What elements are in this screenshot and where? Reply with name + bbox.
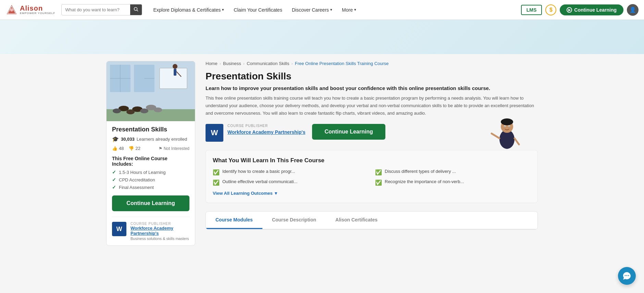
- coin-button[interactable]: $: [545, 4, 556, 15]
- search-bar[interactable]: [61, 4, 142, 15]
- lms-button[interactable]: LMS: [521, 5, 542, 15]
- course-image: [107, 61, 195, 121]
- learners-label: Learners already enrolled: [137, 137, 187, 142]
- learn-item: ✅ Discuss different types of delivery ..…: [375, 169, 531, 176]
- brand-tagline: EMPOWER YOURSELF: [20, 12, 55, 15]
- svg-rect-13: [174, 69, 176, 76]
- user-avatar[interactable]: 👤: [627, 4, 639, 16]
- svg-point-2: [10, 8, 13, 11]
- publisher-sub-sidebar: Business solutions & skills masters: [131, 237, 189, 241]
- continue-learning-hero-button[interactable]: Continue Learning: [312, 124, 385, 140]
- nav-links: Explore Diplomas & Certificates ▾ Claim …: [149, 4, 521, 15]
- dislike-button[interactable]: 👎 22: [128, 146, 140, 151]
- course-card: Presentation Skills 🎓 30,033 Learners al…: [106, 61, 195, 246]
- publisher-logo: W: [206, 124, 223, 142]
- svg-point-19: [113, 109, 121, 113]
- brand-text: Alison EMPOWER YOURSELF: [20, 4, 55, 15]
- learners-row: 🎓 30,033 Learners already enrolled: [112, 136, 189, 142]
- chevron-down-icon: ▾: [222, 8, 224, 12]
- publisher-logo-sidebar: W: [112, 222, 126, 236]
- continue-learning-nav-button[interactable]: ▶ Continue Learning: [560, 4, 623, 15]
- list-item: ✓ CPD Accreditation: [112, 177, 189, 182]
- svg-rect-11: [160, 68, 187, 89]
- search-input[interactable]: [62, 5, 130, 14]
- course-description: This free online presentation skills tra…: [206, 94, 538, 117]
- nav-more[interactable]: More ▾: [338, 4, 360, 15]
- search-button[interactable]: [130, 4, 142, 15]
- svg-point-22: [154, 107, 162, 112]
- coin-icon: $: [545, 4, 556, 15]
- character-svg: [490, 114, 524, 155]
- breadcrumb-current: Free Online Presentation Skills Training…: [295, 61, 389, 66]
- hero-banner: [0, 20, 644, 54]
- publisher-cta-row: W COURSE PUBLISHER Workforce Academy Par…: [206, 124, 538, 142]
- svg-point-12: [173, 64, 177, 69]
- learn-box-title: What You Will Learn In This Free Course: [213, 157, 531, 164]
- svg-point-21: [140, 109, 148, 113]
- publisher-section-sidebar: W COURSE PUBLISHER Workforce Academy Par…: [112, 217, 189, 241]
- publisher-label: COURSE PUBLISHER: [227, 124, 305, 128]
- nav-right: LMS $ ▶ Continue Learning 👤: [521, 4, 639, 16]
- course-content: Home › Business › Communication Skills ›…: [206, 61, 538, 246]
- check-icon: ✓: [112, 177, 116, 182]
- search-icon: [134, 7, 138, 12]
- publisher-block: W COURSE PUBLISHER Workforce Academy Par…: [206, 124, 305, 142]
- check-circle-icon: ✅: [375, 179, 382, 186]
- learn-item: ✅ Identify how to create a basic progr..…: [213, 169, 368, 176]
- course-subtitle: Learn how to improve your presentation s…: [206, 85, 538, 91]
- breadcrumb-business[interactable]: Business: [223, 61, 241, 66]
- check-icon: ✓: [112, 184, 116, 190]
- main-content: Presentation Skills 🎓 30,033 Learners al…: [99, 54, 545, 253]
- chevron-down-icon: ▾: [275, 191, 277, 196]
- chevron-down-icon: ▾: [330, 8, 332, 12]
- tab-course-modules[interactable]: Course Modules: [206, 212, 262, 229]
- nav-explore[interactable]: Explore Diplomas & Certificates ▾: [149, 4, 228, 15]
- check-circle-icon: ✅: [213, 179, 220, 186]
- breadcrumb-communication[interactable]: Communication Skills: [247, 61, 289, 66]
- publisher-name-sidebar[interactable]: Workforce Academy Partnership's: [131, 226, 189, 236]
- course-title-sidebar: Presentation Skills: [112, 126, 189, 133]
- learn-grid: ✅ Identify how to create a basic progr..…: [213, 169, 531, 186]
- tab-course-description[interactable]: Course Description: [262, 212, 326, 229]
- view-all-outcomes-button[interactable]: View All Learning Outcomes ▾: [213, 191, 277, 196]
- svg-point-20: [126, 110, 135, 114]
- nav-careers[interactable]: Discover Careers ▾: [288, 4, 336, 15]
- check-circle-icon: ✅: [213, 169, 220, 176]
- dislike-count: 22: [135, 146, 140, 151]
- svg-line-4: [137, 10, 138, 12]
- course-illustration: [107, 61, 195, 121]
- check-icon: ✓: [112, 169, 116, 175]
- check-circle-icon: ✅: [375, 169, 382, 176]
- includes-list: ✓ 1.5-3 Hours of Learning ✓ CPD Accredit…: [112, 169, 189, 190]
- svg-line-26: [492, 133, 499, 138]
- list-item: ✓ 1.5-3 Hours of Learning: [112, 169, 189, 175]
- character-illustration: [490, 114, 524, 156]
- navbar: Alison EMPOWER YOURSELF Explore Diplomas…: [0, 0, 644, 20]
- publisher-label-sidebar: COURSE PUBLISHER: [131, 222, 189, 226]
- breadcrumb-home[interactable]: Home: [206, 61, 218, 66]
- tab-alison-certificates[interactable]: Alison Certificates: [326, 212, 387, 229]
- chevron-down-icon: ▾: [354, 8, 356, 12]
- course-sidebar: Presentation Skills 🎓 30,033 Learners al…: [106, 61, 195, 246]
- publisher-name[interactable]: Workforce Academy Partnership's: [227, 129, 305, 136]
- tabs-header: Course Modules Course Description Alison…: [206, 212, 537, 229]
- not-interested-button[interactable]: ⚑ Not Interested: [159, 146, 189, 151]
- brand-logo[interactable]: Alison EMPOWER YOURSELF: [5, 4, 55, 16]
- course-card-body: Presentation Skills 🎓 30,033 Learners al…: [107, 121, 195, 245]
- brand-name: Alison: [20, 4, 55, 12]
- thumbs-down-icon: 👎: [128, 146, 134, 151]
- tabs-section: Course Modules Course Description Alison…: [206, 211, 538, 230]
- nav-claim[interactable]: Claim Your Certificates: [230, 4, 286, 15]
- play-icon: ▶: [567, 7, 572, 13]
- svg-point-31: [509, 126, 509, 127]
- learn-item: ✅ Recognize the importance of non-verb..…: [375, 179, 531, 186]
- learn-box: What You Will Learn In This Free Course …: [206, 150, 538, 203]
- like-count: 48: [119, 146, 124, 151]
- continue-learning-sidebar-button[interactable]: Continue Learning: [112, 195, 189, 211]
- reactions-row: 👍 48 👎 22 ⚑ Not Interested: [112, 146, 189, 151]
- list-item: ✓ Final Assessment: [112, 184, 189, 190]
- svg-point-25: [501, 118, 513, 125]
- like-button[interactable]: 👍 48: [112, 146, 124, 151]
- svg-point-3: [134, 8, 137, 11]
- graduation-icon: 🎓: [112, 136, 119, 142]
